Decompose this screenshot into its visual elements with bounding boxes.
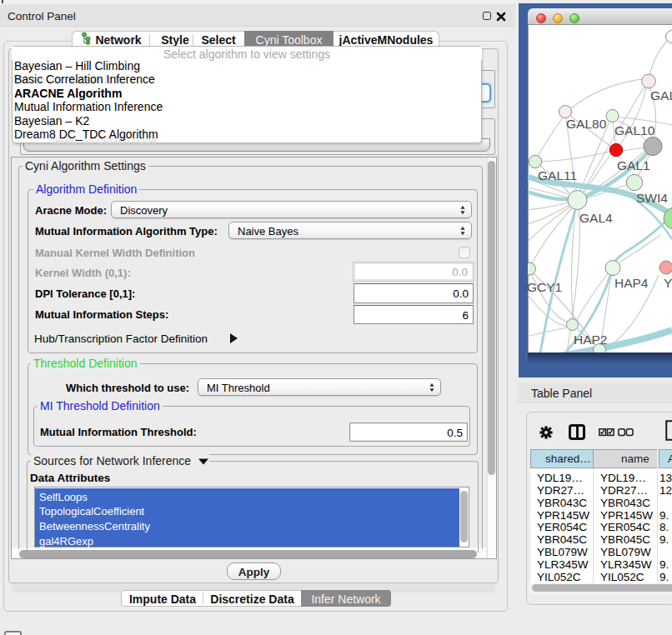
svg-text:GAL4: GAL4 xyxy=(579,211,613,225)
svg-text:GAL80: GAL80 xyxy=(566,117,607,131)
svg-text:HAP2: HAP2 xyxy=(574,332,608,347)
svg-text:GCY1: GCY1 xyxy=(528,280,562,294)
svg-text:GAL11: GAL11 xyxy=(538,168,577,182)
svg-text:SWI4: SWI4 xyxy=(636,191,668,205)
svg-text:GAL1: GAL1 xyxy=(617,158,650,172)
svg-text:HAP4: HAP4 xyxy=(614,276,649,290)
svg-text:GAL2: GAL2 xyxy=(650,88,672,102)
svg-text:YH: YH xyxy=(664,276,672,290)
svg-text:GAL10: GAL10 xyxy=(614,123,655,138)
